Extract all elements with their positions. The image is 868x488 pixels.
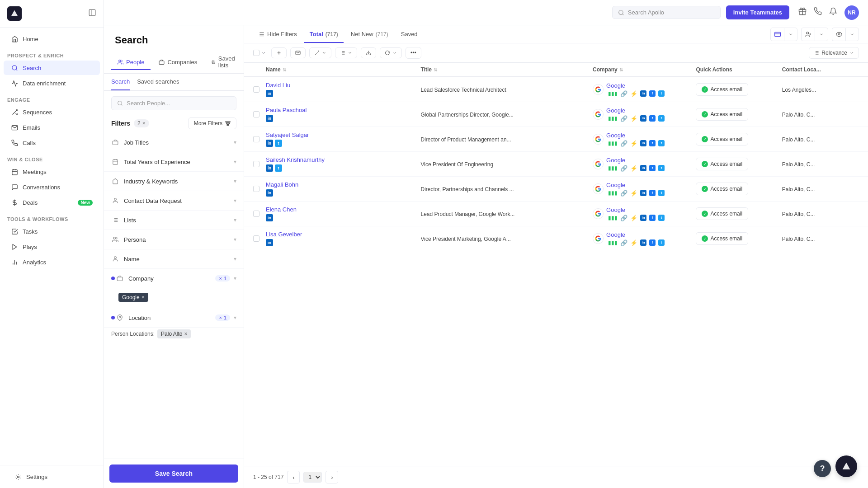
company-filter-count[interactable]: × 1 (215, 275, 230, 282)
linkedin-icon[interactable]: in (266, 189, 273, 197)
twitter-icon[interactable]: t (275, 140, 282, 147)
tab-saved-lists[interactable]: Saved lists (205, 52, 243, 73)
twitter-icon[interactable]: t (658, 215, 665, 221)
add-action-button[interactable] (271, 47, 287, 58)
export-dropdown-button[interactable] (784, 28, 797, 41)
title-sort-icon[interactable]: ⇅ (434, 67, 437, 72)
linkedin-icon[interactable]: in (640, 115, 646, 122)
filter-subtab-saved[interactable]: Saved searches (137, 74, 179, 90)
linkedin-icon[interactable]: in (640, 90, 646, 97)
linkedin-icon[interactable]: in (640, 140, 646, 146)
sidebar-item-tasks[interactable]: Tasks (4, 224, 100, 239)
facebook-icon[interactable]: f (649, 140, 656, 146)
access-email-button[interactable]: ✓ Access email (696, 108, 748, 121)
sidebar-item-conversations[interactable]: Conversations (4, 180, 100, 194)
facebook-icon[interactable]: f (649, 239, 656, 246)
linkedin-icon[interactable]: in (266, 90, 273, 97)
row-checkbox[interactable] (253, 235, 259, 242)
more-actions-button[interactable]: ••• (406, 47, 421, 59)
gift-icon[interactable] (798, 7, 807, 18)
user-avatar[interactable]: NR (844, 5, 859, 20)
row-checkbox[interactable] (253, 161, 259, 167)
row-checkbox[interactable] (253, 111, 259, 117)
twitter-icon[interactable]: t (658, 140, 665, 146)
linkedin-icon[interactable]: in (640, 239, 646, 246)
facebook-icon[interactable]: f (649, 90, 656, 97)
location-chip[interactable]: Palo Alto × (157, 329, 191, 338)
access-email-button[interactable]: ✓ Access email (696, 158, 748, 170)
location-chip-remove[interactable]: × (184, 331, 187, 337)
twitter-icon[interactable]: t (658, 90, 665, 97)
link-icon[interactable]: 🔗 (620, 190, 627, 197)
twitter-icon[interactable]: t (275, 164, 282, 172)
linkedin-icon[interactable]: in (640, 215, 646, 221)
invite-teammates-button[interactable]: Invite Teammates (726, 5, 789, 19)
header-name[interactable]: Name ⇅ (262, 66, 421, 73)
linkedin-icon[interactable]: in (266, 239, 273, 246)
link-icon[interactable]: 🔗 (620, 215, 627, 221)
prev-page-button[interactable]: ‹ (287, 471, 300, 483)
sidebar-item-settings[interactable]: Settings (7, 469, 96, 484)
sidebar-item-analytics[interactable]: Analytics (4, 255, 100, 269)
facebook-icon[interactable]: f (649, 165, 656, 171)
add-user-button[interactable] (801, 28, 815, 41)
row-checkbox[interactable] (253, 86, 259, 93)
tab-companies[interactable]: Companies (152, 55, 203, 70)
global-search[interactable]: Search Apollo (612, 6, 721, 19)
bolt-icon[interactable]: ⚡ (630, 140, 637, 147)
person-name-link[interactable]: Elena Chen (266, 206, 421, 213)
link-icon[interactable]: 🔗 (620, 165, 627, 172)
bolt-icon[interactable]: ⚡ (630, 90, 637, 97)
filter-item-location[interactable]: Location × 1 ▾ (104, 308, 244, 328)
view-dropdown-button[interactable] (845, 28, 859, 41)
person-name-link[interactable]: David Liu (266, 82, 421, 89)
add-user-dropdown-button[interactable] (815, 28, 828, 41)
access-email-button[interactable]: ✓ Access email (696, 83, 748, 96)
sidebar-collapse-button[interactable] (88, 9, 96, 19)
person-name-link[interactable]: Satyajeet Salgar (266, 131, 421, 138)
header-company[interactable]: Company ⇅ (593, 66, 696, 73)
linkedin-icon[interactable]: in (640, 190, 646, 196)
filter-count-badge[interactable]: 2 × (134, 119, 149, 127)
sort-action-button[interactable] (335, 47, 357, 58)
company-name-link[interactable]: Google (606, 132, 665, 139)
tab-people[interactable]: People (111, 55, 151, 70)
select-all-checkbox[interactable] (253, 50, 259, 56)
filter-item-years[interactable]: Total Years of Experience ▾ (104, 152, 244, 172)
sidebar-item-deals[interactable]: Deals New (4, 195, 100, 210)
access-email-button[interactable]: ✓ Access email (696, 183, 748, 195)
phone-icon[interactable] (814, 7, 822, 18)
bar-chart-icon[interactable]: ▮▮▮ (608, 239, 618, 246)
bar-chart-icon[interactable]: ▮▮▮ (608, 190, 618, 197)
sidebar-item-home[interactable]: Home (4, 32, 100, 46)
bolt-icon[interactable]: ⚡ (630, 165, 637, 172)
bar-chart-icon[interactable]: ▮▮▮ (608, 165, 618, 172)
twitter-icon[interactable]: t (658, 165, 665, 171)
app-logo[interactable] (7, 6, 22, 21)
filter-subtab-search[interactable]: Search (111, 74, 130, 90)
save-search-button[interactable]: Save Search (109, 465, 238, 483)
sidebar-item-plays[interactable]: Plays (4, 239, 100, 254)
bar-chart-icon[interactable]: ▮▮▮ (608, 140, 618, 147)
view-button[interactable] (832, 28, 845, 41)
sequence-action-button[interactable] (309, 47, 331, 58)
company-chip-remove[interactable]: × (142, 294, 145, 300)
download-action-button[interactable] (361, 47, 376, 58)
person-name-link[interactable]: Paula Paschoal (266, 107, 421, 113)
linkedin-icon[interactable]: in (640, 165, 646, 171)
header-title[interactable]: Title ⇅ (421, 66, 593, 73)
export-button[interactable] (770, 28, 784, 41)
access-email-button[interactable]: ✓ Access email (696, 207, 748, 220)
name-sort-icon[interactable]: ⇅ (283, 67, 286, 72)
company-count-x[interactable]: × (219, 276, 222, 281)
page-select[interactable]: 1 (303, 472, 322, 483)
company-name-link[interactable]: Google (606, 107, 665, 114)
company-sort-icon[interactable]: ⇅ (619, 67, 623, 72)
person-name-link[interactable]: Sailesh Krishnamurthy (266, 156, 421, 163)
filter-item-industry[interactable]: Industry & Keywords ▾ (104, 172, 244, 191)
company-name-link[interactable]: Google (606, 157, 665, 164)
next-page-button[interactable]: › (326, 471, 338, 483)
linkedin-icon[interactable]: in (266, 140, 273, 147)
filter-item-job-titles[interactable]: Job Titles ▾ (104, 133, 244, 152)
facebook-icon[interactable]: f (649, 115, 656, 122)
